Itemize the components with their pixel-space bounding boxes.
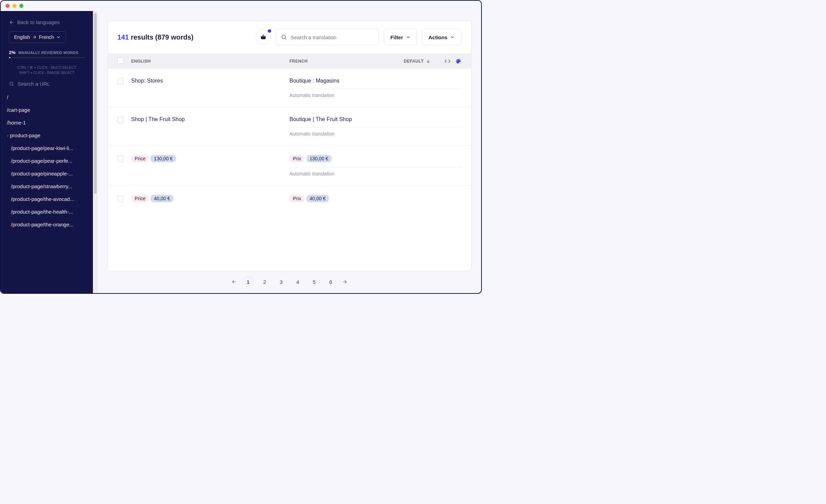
url-item[interactable]: /product-page/the-health-... — [1, 205, 93, 218]
row-checkbox[interactable] — [117, 117, 124, 123]
auto-translation-label: Automatic translation — [289, 131, 462, 137]
url-item-product-page[interactable]: product-page — [1, 129, 93, 142]
page-number[interactable]: 6 — [326, 277, 336, 287]
url-item[interactable]: /product-page/the-avocad... — [1, 193, 93, 205]
url-item[interactable]: /product-page/pear-perfe... — [1, 154, 93, 167]
table-row[interactable]: Price 40,00 € Prix 40,00 € — [108, 186, 471, 212]
column-english[interactable]: ENGLISH — [131, 59, 289, 64]
table-row[interactable]: Shop | The Fruit Shop Boutique | The Fru… — [108, 107, 471, 146]
selection-hints: CTRL / ⌘ + CLICK - MULTI SELECT SHIFT + … — [1, 63, 93, 79]
translation-search-input[interactable] — [290, 34, 374, 40]
price-value-pill: 130,00 € — [306, 155, 332, 162]
page-number[interactable]: 2 — [260, 277, 270, 287]
scrollbar-thumb[interactable] — [94, 13, 97, 194]
main-content: 141 results (879 words) — [98, 11, 481, 293]
results-words-paren: (879 words) — [155, 33, 193, 41]
price-label-pill: Price — [131, 155, 149, 162]
page-number[interactable]: 3 — [276, 277, 286, 287]
row-checkbox[interactable] — [117, 78, 124, 85]
french-text: Boutique : Magasins — [289, 78, 462, 89]
results-count: 141 — [117, 33, 129, 41]
row-checkbox[interactable] — [117, 195, 124, 202]
translations-panel: 141 results (879 words) — [107, 21, 472, 271]
pagination-next[interactable] — [342, 279, 348, 285]
url-item[interactable]: /product-page/pear-kiwi-li... — [1, 142, 93, 154]
url-item[interactable]: /product-page/pineapple-... — [1, 167, 93, 180]
price-label-pill: Prix — [289, 195, 305, 202]
actions-label: Actions — [428, 34, 447, 40]
filter-button[interactable]: Filter — [384, 29, 417, 45]
price-value-pill: 40,00 € — [306, 195, 329, 202]
back-label: Back to languages — [17, 19, 60, 25]
sidebar-scrollbar[interactable] — [93, 11, 98, 293]
url-list: / /cart-page /home-1 product-page /produ… — [1, 91, 93, 293]
results-summary: 141 results (879 words) — [117, 33, 193, 41]
sidebar: Back to languages English French 2% MANU… — [1, 11, 93, 293]
table-row[interactable]: Price 130,00 € Prix 130,00 € Automatic t… — [108, 146, 471, 186]
translation-rows: Shop: Stores Boutique : Magasins Automat… — [108, 69, 471, 271]
price-value-pill: 130,00 € — [150, 155, 176, 162]
code-icon[interactable] — [444, 58, 451, 64]
auto-translation-label: Automatic translation — [289, 93, 462, 98]
column-french[interactable]: FRENCH — [289, 59, 389, 64]
french-text: Prix 130,00 € — [289, 155, 462, 168]
page-number[interactable]: 4 — [293, 277, 303, 287]
arrow-left-icon — [9, 20, 14, 25]
pagination-prev[interactable] — [231, 279, 237, 285]
search-icon — [281, 34, 287, 40]
table-row[interactable]: Shop: Stores Boutique : Magasins Automat… — [108, 69, 471, 107]
table-header: ENGLISH FRENCH DEFAULT — [108, 53, 471, 69]
search-icon — [9, 81, 14, 86]
progress-bar — [9, 57, 85, 58]
back-to-languages-link[interactable]: Back to languages — [1, 14, 93, 29]
column-default-label: DEFAULT — [404, 59, 424, 64]
url-item[interactable]: /product-page/strawberry... — [1, 180, 93, 193]
results-word: results — [131, 33, 153, 41]
translation-search[interactable] — [276, 29, 379, 45]
price-label-pill: Prix — [289, 155, 305, 162]
page-number[interactable]: 5 — [309, 277, 319, 287]
progress-percent: 2% — [9, 50, 15, 55]
url-search[interactable]: Search a URL — [1, 79, 93, 91]
url-item[interactable]: / — [1, 91, 93, 104]
language-pair-selector[interactable]: English French — [9, 31, 66, 43]
column-default-sort[interactable]: DEFAULT — [389, 59, 431, 64]
cell-english: Price 40,00 € — [131, 195, 289, 202]
cell-french: Boutique : Magasins Automatic translatio… — [289, 78, 462, 98]
hint-multi-select: CTRL / ⌘ + CLICK - MULTI SELECT — [1, 65, 93, 70]
auto-translation-label: Automatic translation — [289, 171, 462, 176]
url-item[interactable]: /cart-page — [1, 104, 93, 116]
lang-from: English — [14, 34, 30, 40]
svg-point-1 — [282, 35, 286, 39]
pagination: 1 2 3 4 5 6 — [107, 271, 472, 293]
chevron-down-icon — [450, 35, 455, 40]
price-value-pill: 40,00 € — [150, 195, 173, 202]
french-text: Boutique | The Fruit Shop — [289, 116, 462, 128]
progress-label: MANUALLY REVIEWED WORDS — [18, 51, 78, 55]
price-label-pill: Price — [131, 195, 149, 202]
window-maximize-button[interactable] — [19, 4, 23, 8]
cell-english: Price 130,00 € — [131, 155, 289, 162]
basket-icon — [260, 34, 266, 40]
arrow-down-icon — [426, 59, 431, 64]
cell-french: Boutique | The Fruit Shop Automatic tran… — [289, 116, 462, 137]
window-minimize-button[interactable] — [12, 4, 17, 8]
filter-label: Filter — [390, 34, 403, 40]
svg-point-0 — [10, 82, 13, 85]
row-checkbox[interactable] — [117, 156, 124, 162]
url-item[interactable]: /product-page/the-orange... — [1, 218, 93, 231]
window-titlebar — [1, 1, 481, 11]
chevron-down-icon — [56, 35, 61, 40]
cell-french: Prix 130,00 € Automatic translation — [289, 155, 462, 176]
url-item[interactable]: /home-1 — [1, 116, 93, 129]
select-all-checkbox[interactable] — [117, 57, 124, 64]
actions-button[interactable]: Actions — [422, 29, 462, 45]
basket-button[interactable] — [256, 30, 271, 45]
notification-dot-icon — [268, 29, 271, 33]
page-number[interactable]: 1 — [243, 277, 253, 287]
lang-to: French — [39, 34, 54, 40]
window-close-button[interactable] — [6, 4, 10, 8]
hint-range-select: SHIFT + CLICK - RANGE SELECT — [1, 70, 93, 75]
palette-icon[interactable] — [455, 58, 462, 64]
cell-english: Shop: Stores — [131, 78, 289, 84]
